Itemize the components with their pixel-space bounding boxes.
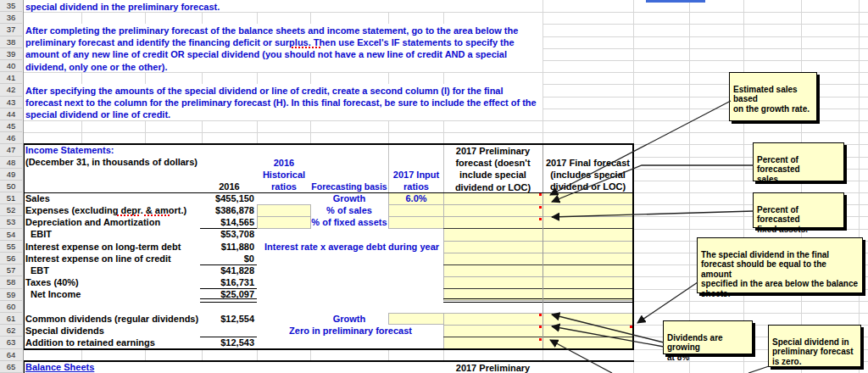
cell-value[interactable]: $12,554	[200, 314, 254, 326]
row-label[interactable]: Interest expense on line of credit	[25, 253, 171, 265]
comment-marker	[539, 326, 542, 328]
row-number[interactable]: 56	[0, 253, 22, 264]
gridline	[443, 216, 634, 217]
balance-sheets-title[interactable]: Balance Sheets	[25, 362, 94, 373]
row-number[interactable]: 44	[0, 109, 22, 120]
row-label[interactable]: Depreciation and Amortization	[25, 217, 160, 229]
row-label[interactable]: Net Income	[31, 289, 81, 301]
row-number[interactable]: 59	[0, 289, 22, 301]
sum-border	[443, 228, 634, 229]
comment-special-dividend-final[interactable]: The special dividend in the final foreca…	[697, 237, 863, 293]
gridline	[743, 0, 744, 373]
row-number[interactable]: 38	[0, 36, 22, 48]
row-number[interactable]: 51	[0, 192, 22, 204]
instruction-paragraph-2[interactable]: After completing the preliminary forecas…	[25, 25, 518, 73]
row-label[interactable]: EBT	[31, 265, 49, 277]
row-number[interactable]: 37	[0, 24, 22, 36]
row-number[interactable]: 52	[0, 204, 22, 216]
cell-value[interactable]: $455,150	[200, 193, 254, 205]
row-number[interactable]: 41	[0, 72, 22, 84]
row-label[interactable]: Addition to retained earnings	[25, 337, 155, 349]
column-header-forecasting-basis[interactable]: Forecasting basis	[310, 181, 388, 193]
balance-column-header-preliminary[interactable]: 2017 Preliminary	[443, 363, 542, 373]
comment-marker	[539, 206, 542, 209]
sum-border	[443, 337, 634, 337]
comment-text: Percent of forecasted fixed assets.	[757, 205, 840, 235]
cell-range-forecast-dividends[interactable]	[443, 313, 634, 349]
blue-shape-edge	[646, 0, 705, 3]
comment-percent-sales[interactable]: Percent of forecasted sales.	[753, 142, 844, 181]
row-number[interactable]: 64	[0, 349, 22, 361]
cell-value[interactable]: $0	[200, 253, 254, 265]
row-number[interactable]: 43	[0, 97, 22, 109]
row-number[interactable]: 57	[0, 264, 22, 276]
sum-border	[443, 264, 634, 265]
cell-basis[interactable]: Zero in preliminary forecast	[257, 326, 444, 337]
row-number[interactable]: 53	[0, 216, 22, 228]
cell-value[interactable]: $12,543	[200, 337, 254, 349]
instruction-paragraph-3[interactable]: After specifying the amounts of the spec…	[25, 85, 537, 121]
cell-value[interactable]: $386,878	[200, 205, 254, 217]
row-number[interactable]: 40	[0, 60, 22, 72]
row-number[interactable]: 36	[0, 12, 22, 24]
cell-value[interactable]: $53,708	[200, 229, 254, 241]
cell-basis[interactable]: % of fixed assets	[310, 217, 388, 229]
row-number[interactable]: 42	[0, 84, 22, 96]
instruction-paragraph-1[interactable]: special dividend in the preliminary fore…	[25, 1, 220, 13]
gridline	[443, 276, 634, 277]
cell-basis[interactable]: % of sales	[310, 205, 388, 217]
row-label[interactable]: EBIT	[31, 229, 52, 241]
cell-basis[interactable]: Growth	[310, 314, 388, 326]
comment-estimated-sales[interactable]: Estimated sales based on the growth rate…	[729, 72, 817, 121]
row-number[interactable]: 48	[0, 157, 22, 169]
column-header-historical-ratios[interactable]: 2016 Historical ratios	[257, 157, 311, 192]
double-sum-border	[443, 298, 634, 303]
row-number[interactable]: 49	[0, 169, 22, 181]
row-number[interactable]: 39	[0, 48, 22, 60]
cell-basis[interactable]: Interest rate x average debt during year	[264, 242, 439, 253]
row-number[interactable]: 47	[0, 144, 22, 156]
row-number[interactable]: 55	[0, 241, 22, 253]
cell-value[interactable]: $14,565	[200, 217, 254, 229]
comment-special-dividend-zero[interactable]: Special dividend in preliminary forecast…	[768, 325, 861, 367]
row-number[interactable]: 54	[0, 229, 22, 241]
row-number[interactable]: 63	[0, 337, 22, 348]
cell-basis[interactable]: Growth	[310, 193, 388, 205]
cell-value[interactable]: $41,828	[200, 265, 254, 277]
sum-border	[443, 288, 634, 289]
column-header-input-ratios[interactable]: 2017 Input ratios	[388, 169, 444, 192]
cell-value[interactable]: $25,097	[200, 289, 254, 301]
comment-text: The special dividend in the final foreca…	[701, 250, 859, 299]
row-number[interactable]: 61	[0, 313, 22, 325]
comment-marker	[539, 314, 542, 316]
column-header-preliminary-forecast[interactable]: 2017 Preliminary forecast (doesn't inclu…	[443, 145, 542, 192]
row-label[interactable]: Common dividends (regular dividends)	[25, 314, 198, 326]
row-number[interactable]: 45	[0, 120, 22, 132]
comment-text: Dividends are growing at 8%	[667, 333, 748, 363]
gridline	[443, 204, 634, 205]
cell-value[interactable]: $11,880	[200, 242, 254, 253]
row-number[interactable]: 46	[0, 132, 22, 144]
row-number[interactable]: 60	[0, 301, 22, 313]
row-number[interactable]: 50	[0, 181, 22, 192]
row-label[interactable]: Special dividends	[25, 326, 104, 337]
cell-value[interactable]: $16,731	[200, 277, 254, 289]
row-number-gutter: 3536373839404142434445464748495051525354…	[0, 0, 24, 373]
row-label[interactable]: Interest expense on long-term debt	[25, 242, 181, 253]
row-number[interactable]: 62	[0, 325, 22, 337]
comment-percent-fixed-assets[interactable]: Percent of forecasted fixed assets.	[753, 192, 844, 228]
row-number[interactable]: 58	[0, 276, 22, 288]
spellcheck-underline	[117, 214, 139, 216]
cell-range-forecast-upper[interactable]	[443, 192, 634, 301]
row-number[interactable]: 65	[0, 361, 22, 373]
cell-input-ratio[interactable]: 6.0%	[388, 193, 444, 205]
income-title[interactable]: Income Statements:	[25, 145, 114, 157]
column-header-final-forecast[interactable]: 2017 Final forecast (includes special di…	[542, 157, 633, 192]
comment-dividends-growing[interactable]: Dividends are growing at 8%	[663, 320, 753, 354]
cell-input-ratio-dividends[interactable]	[388, 313, 444, 325]
column-header-2016[interactable]: 2016	[202, 181, 257, 193]
income-subtitle[interactable]: (December 31, in thousands of dollars)	[25, 157, 198, 169]
row-number[interactable]: 35	[0, 0, 22, 12]
row-label[interactable]: Sales	[25, 193, 50, 205]
row-label[interactable]: Taxes (40%)	[25, 277, 79, 289]
